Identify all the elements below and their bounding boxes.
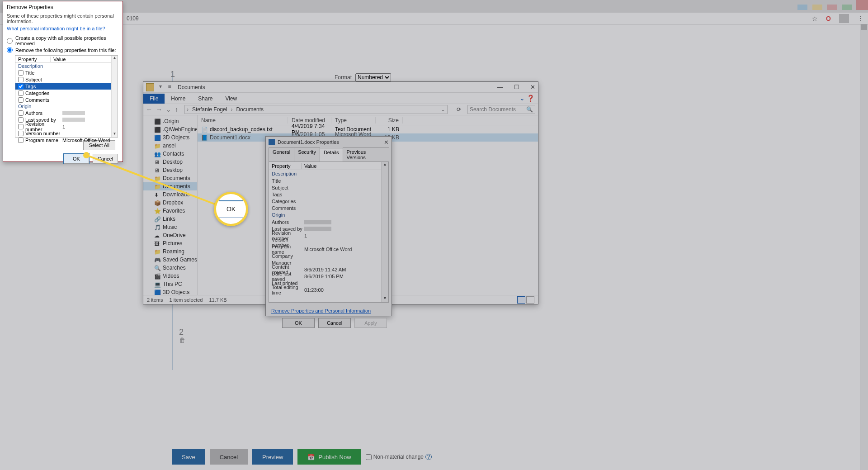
highlight-dot: [83, 152, 90, 158]
svg-line-0: [86, 155, 219, 206]
spotlight: OK: [214, 192, 248, 226]
